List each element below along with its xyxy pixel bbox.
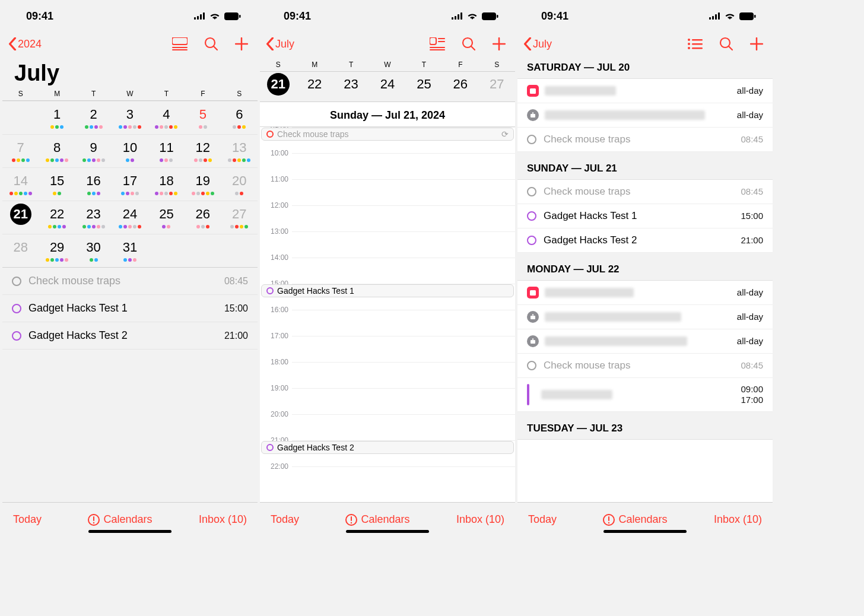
day-cell[interactable]: 1 <box>39 101 75 134</box>
hour-row[interactable]: 16:00 <box>292 310 515 336</box>
add-button[interactable] <box>235 37 248 50</box>
day-cell[interactable]: 30 <box>75 234 112 267</box>
status-bar: 09:41 <box>260 2 515 30</box>
add-button[interactable] <box>750 37 763 50</box>
list-toggle-button[interactable] <box>430 37 445 50</box>
event-item[interactable]: Gadget Hacks Test 221:00 <box>2 322 258 350</box>
hour-row[interactable]: 22:00 <box>292 466 515 493</box>
week-day[interactable]: 22 <box>296 73 332 96</box>
day-cell[interactable]: 10 <box>112 135 148 167</box>
timeline-event[interactable]: Gadget Hacks Test 2 <box>261 441 514 454</box>
day-cell[interactable]: 27 <box>221 201 258 234</box>
day-cell[interactable]: 23 <box>75 201 112 234</box>
hour-row[interactable]: 20:00 <box>292 414 515 440</box>
hour-row[interactable]: 19:00 <box>292 388 515 414</box>
day-cell[interactable]: 25 <box>148 201 185 234</box>
list-event-item[interactable]: all-day <box>517 79 773 103</box>
calendars-button[interactable]: Calendars <box>88 513 152 526</box>
day-cell[interactable]: 7 <box>2 135 39 167</box>
list-event-item[interactable]: Gadget Hacks Test 221:00 <box>517 228 773 253</box>
day-cell[interactable]: 3 <box>112 101 148 134</box>
event-item[interactable]: Gadget Hacks Test 115:00 <box>2 295 258 322</box>
event-item[interactable]: Check mouse traps08:45 <box>2 268 258 295</box>
day-cell[interactable]: 15 <box>39 168 75 201</box>
week-day[interactable]: 24 <box>369 73 405 96</box>
day-cell[interactable] <box>148 234 185 267</box>
day-cell[interactable]: 8 <box>39 135 75 167</box>
back-button[interactable]: July <box>266 37 294 50</box>
event-bar-icon <box>527 384 529 405</box>
day-cell[interactable] <box>185 234 221 267</box>
home-indicator[interactable] <box>603 530 687 533</box>
hour-row[interactable]: 10:00 <box>292 153 515 179</box>
day-cell[interactable]: 21 <box>2 201 39 234</box>
inbox-button[interactable]: Inbox (10) <box>714 513 762 526</box>
hour-row[interactable]: 11:00 <box>292 179 515 205</box>
day-cell[interactable]: 19 <box>185 168 221 201</box>
day-cell[interactable]: 31 <box>112 234 148 267</box>
day-cell[interactable]: 22 <box>39 201 75 234</box>
hour-row[interactable]: 17:00 <box>292 336 515 362</box>
week-day[interactable]: 21 <box>260 73 296 96</box>
back-button[interactable]: July <box>523 37 552 50</box>
list-toggle-button[interactable] <box>172 37 188 50</box>
hour-row[interactable]: 13:00 <box>292 231 515 258</box>
timeline[interactable]: 09:0010:0011:0012:0013:0014:0015:0016:00… <box>260 127 515 502</box>
battery-icon <box>482 12 498 20</box>
day-cell[interactable]: 16 <box>75 168 112 201</box>
day-cell[interactable]: 4 <box>148 101 185 134</box>
svg-rect-25 <box>430 47 445 48</box>
list-event-item[interactable]: Check mouse traps08:45 <box>517 180 773 204</box>
day-cell[interactable]: 29 <box>39 234 75 267</box>
today-button[interactable]: Today <box>13 513 42 526</box>
today-button[interactable]: Today <box>528 513 557 526</box>
inbox-button[interactable]: Inbox (10) <box>456 513 504 526</box>
hour-row[interactable]: 14:00 <box>292 258 515 284</box>
list-event-item[interactable]: Check mouse traps08:45 <box>517 354 773 378</box>
add-button[interactable] <box>493 37 506 50</box>
day-cell[interactable] <box>221 234 258 267</box>
list-event-item[interactable]: all-day <box>517 103 773 128</box>
list-event-item[interactable]: all-day <box>517 305 773 329</box>
agenda-list[interactable]: SATURDAY — JUL 20all-dayall-dayCheck mou… <box>517 57 773 502</box>
day-cell[interactable]: 20 <box>221 168 258 201</box>
day-cell[interactable]: 14 <box>2 168 39 201</box>
hour-row[interactable]: 12:00 <box>292 205 515 231</box>
calendars-button[interactable]: Calendars <box>603 513 667 526</box>
week-day[interactable]: 26 <box>442 73 478 96</box>
day-cell[interactable]: 28 <box>2 234 39 267</box>
search-button[interactable] <box>204 37 218 51</box>
list-toggle-button[interactable] <box>687 38 703 50</box>
day-cell[interactable]: 17 <box>112 168 148 201</box>
timeline-event[interactable]: Gadget Hacks Test 1 <box>261 284 514 297</box>
week-day[interactable]: 23 <box>333 73 369 96</box>
day-cell[interactable]: 18 <box>148 168 185 201</box>
day-cell[interactable]: 12 <box>185 135 221 167</box>
inbox-button[interactable]: Inbox (10) <box>199 513 247 526</box>
day-cell[interactable]: 6 <box>221 101 258 134</box>
day-cell[interactable]: 11 <box>148 135 185 167</box>
day-cell[interactable]: 2 <box>75 101 112 134</box>
day-cell[interactable]: 13 <box>221 135 258 167</box>
list-event-item[interactable]: Check mouse traps08:45 <box>517 128 773 152</box>
back-button[interactable]: 2024 <box>8 37 42 50</box>
search-button[interactable] <box>462 37 476 51</box>
list-event-item[interactable]: 09:0017:00 <box>517 378 773 412</box>
day-cell[interactable]: 26 <box>185 201 221 234</box>
list-event-item[interactable]: all-day <box>517 329 773 354</box>
home-indicator[interactable] <box>346 530 429 533</box>
day-cell[interactable]: 24 <box>112 201 148 234</box>
day-cell[interactable]: 9 <box>75 135 112 167</box>
list-event-item[interactable]: all-day <box>517 281 773 305</box>
hour-row[interactable]: 18:00 <box>292 362 515 388</box>
day-cell[interactable] <box>2 101 39 134</box>
search-button[interactable] <box>719 37 733 51</box>
home-indicator[interactable] <box>88 530 171 533</box>
week-day[interactable]: 27 <box>479 73 515 96</box>
today-button[interactable]: Today <box>271 513 299 526</box>
week-day[interactable]: 25 <box>406 73 442 96</box>
list-event-item[interactable]: Gadget Hacks Test 115:00 <box>517 204 773 228</box>
day-cell[interactable]: 5 <box>185 101 221 134</box>
timeline-event[interactable]: Check mouse traps⟳ <box>261 128 514 141</box>
calendars-button[interactable]: Calendars <box>345 513 409 526</box>
